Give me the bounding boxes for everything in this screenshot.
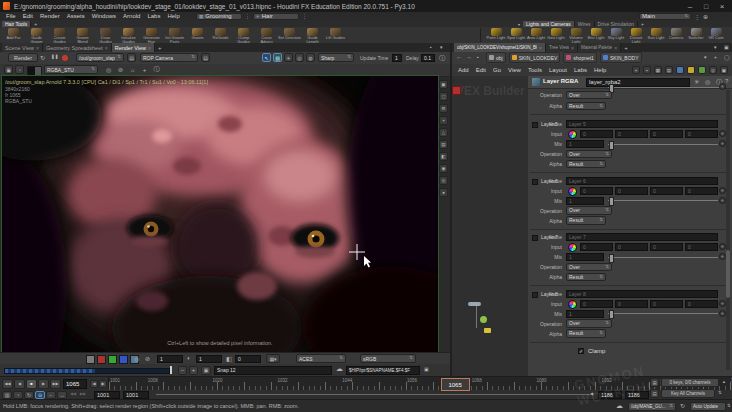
gear-icon[interactable]: ✳	[719, 253, 726, 260]
recook-icon[interactable]: ↻	[680, 402, 685, 409]
auto-update-selector[interactable]: Auto Update	[690, 402, 726, 411]
magnify-icon[interactable]: ◎	[295, 53, 304, 62]
pointer-tool-icon[interactable]: ↖	[262, 53, 271, 62]
grid-icon[interactable]: ▦	[654, 66, 662, 74]
add-desktop-icon[interactable]: ⊕	[703, 13, 708, 20]
shelf-tool-volume-light[interactable]: Volume Light	[566, 27, 586, 43]
menu-assets[interactable]: Assets	[67, 12, 85, 20]
operation-selector[interactable]: Over⇅	[566, 150, 612, 159]
path-menu-icon[interactable]: ▾	[704, 54, 707, 60]
range-end-field[interactable]: 1186	[598, 391, 622, 399]
input-component-field[interactable]: 0	[685, 130, 718, 138]
parm-scrollbar[interactable]	[726, 90, 730, 370]
render-image[interactable]	[2, 76, 438, 352]
gear-icon[interactable]: ✳	[719, 130, 726, 137]
frame-all-icon[interactable]: ▣	[720, 66, 728, 74]
close-icon[interactable]: ×	[571, 45, 574, 51]
close-icon[interactable]: ×	[614, 45, 617, 51]
path-chip-shopnet1[interactable]: shopnet1	[563, 52, 597, 63]
netmenu-layout[interactable]: Layout	[549, 64, 567, 76]
input-component-field[interactable]: 0	[615, 243, 648, 251]
cloud-icon[interactable]: ☁	[336, 365, 343, 373]
nav-forward-icon[interactable]: →	[466, 54, 472, 60]
pan-icon[interactable]: +	[439, 116, 448, 125]
render-button[interactable]: Render	[8, 53, 38, 62]
follow-playhead-icon[interactable]: ⊙	[35, 391, 45, 399]
shelf-tool-sky-light[interactable]: Sky Light	[606, 27, 626, 43]
close-icon[interactable]: ×	[36, 45, 39, 51]
shelf-tool-geo-light[interactable]: Geo Light	[546, 27, 566, 43]
loop-icon[interactable]: ↻	[24, 391, 34, 399]
node-pill[interactable]	[468, 302, 481, 306]
aov-selector[interactable]: RGBA_STU ⇅	[44, 65, 98, 74]
input-component-field[interactable]: 0	[615, 300, 648, 308]
desktop-selector[interactable]: Main ⇅	[639, 13, 691, 20]
input-component-field[interactable]: 0	[580, 243, 613, 251]
bg-swatch[interactable]	[27, 66, 42, 76]
monitor-icon[interactable]: ▦▾	[266, 354, 280, 363]
key-all-button[interactable]: Key All Channels	[661, 389, 715, 398]
render-region-icon[interactable]: ◻	[439, 92, 448, 101]
shelf-tool-point-light[interactable]: Point Light	[486, 27, 506, 43]
node-green[interactable]	[480, 316, 487, 323]
channel-swatch-2[interactable]	[108, 355, 117, 364]
operation-selector[interactable]: Over⇅	[566, 263, 612, 272]
path-add-icon[interactable]: +	[714, 54, 717, 60]
input-component-field[interactable]: 0	[650, 300, 683, 308]
update-time-field[interactable]: 1	[392, 54, 402, 62]
crop-icon[interactable]: ⊞	[439, 104, 448, 113]
snap-green-icon[interactable]	[698, 66, 706, 74]
current-frame-field[interactable]: 1065	[63, 379, 87, 389]
gamma-field[interactable]: 1	[196, 355, 222, 363]
slider-handle[interactable]	[609, 141, 614, 150]
mix-field[interactable]: 1	[566, 253, 604, 261]
pixel-info-icon[interactable]: ⓘ	[152, 65, 161, 74]
alpha-selector[interactable]: Result⇅	[566, 329, 606, 338]
input-component-field[interactable]: 0	[650, 243, 683, 251]
range-start-field[interactable]: 1001	[94, 391, 120, 399]
netmenu-view[interactable]: View	[508, 64, 521, 76]
keys-icon[interactable]: ⊞	[650, 378, 659, 387]
gear-icon[interactable]: ✳	[719, 310, 726, 317]
key-all-arrows-icon[interactable]: ⇅	[718, 390, 722, 395]
mix-slider[interactable]	[608, 197, 718, 205]
pane-menu-icon[interactable]: ▾	[440, 44, 443, 50]
pin-icon[interactable]: ▪	[643, 66, 651, 74]
gear-icon[interactable]: ✳	[719, 243, 726, 250]
home-view-icon[interactable]: ⌂	[128, 65, 137, 74]
zoom-in-icon[interactable]: ◎	[104, 65, 113, 74]
snapshot-name-field[interactable]: Snap 12	[214, 366, 332, 375]
auto-update-arrows-icon[interactable]: ⇅	[727, 403, 731, 408]
image-tool-icon[interactable]: ▧	[273, 53, 282, 62]
shelf-tool-env-light[interactable]: Env Light	[586, 27, 606, 43]
offset-field[interactable]: 0	[235, 355, 261, 363]
camera-chooser-icon[interactable]: ▤	[201, 53, 210, 62]
path-globe-icon[interactable]: ◯	[724, 54, 730, 60]
shelf-tool-draw-guides[interactable]: Draw Guides	[94, 27, 117, 43]
path-chip-skin_lookdev[interactable]: SKIN_LOOKDEV	[509, 52, 561, 63]
path-chip-obj[interactable]: obj	[486, 52, 506, 63]
close-icon[interactable]: ×	[148, 45, 151, 51]
jump-start-icon[interactable]: ◀◀	[2, 379, 13, 389]
snapshot-plus-button[interactable]: +	[189, 366, 198, 375]
alpha-selector[interactable]: Result⇅	[566, 160, 606, 169]
channel-swatch-3[interactable]	[119, 355, 128, 364]
menu-arnold[interactable]: Arnold	[123, 12, 140, 20]
range-jump-start-icon[interactable]: ◀◀	[70, 391, 76, 396]
alpha-selector[interactable]: Result⇅	[566, 216, 606, 225]
keys-up-icon[interactable]: ▲	[722, 379, 726, 384]
shelf-tool-guide-length[interactable]: Guide Length	[301, 27, 324, 43]
snapshot-minus-button[interactable]: −	[178, 366, 187, 375]
display-colorspace-selector[interactable]: sRGB ⇅	[360, 354, 416, 363]
exposure-field[interactable]: 1	[157, 355, 183, 363]
netmenu-go[interactable]: Go	[493, 64, 501, 76]
snap-yellow-icon[interactable]	[687, 66, 695, 74]
no-scale-icon[interactable]: ⊘	[116, 65, 125, 74]
operation-selector[interactable]: Over⇅	[566, 319, 612, 328]
update-cloud-icon[interactable]: ☁	[616, 402, 623, 410]
pane-tab-material-palette[interactable]: Material Palette×	[578, 43, 621, 52]
add-pane-tab-icon[interactable]: +	[158, 45, 162, 51]
range-end2-field[interactable]: 1186	[625, 391, 649, 399]
netzoom-icon[interactable]: ◎	[709, 66, 717, 74]
nav-back-icon[interactable]: ←	[456, 54, 462, 60]
